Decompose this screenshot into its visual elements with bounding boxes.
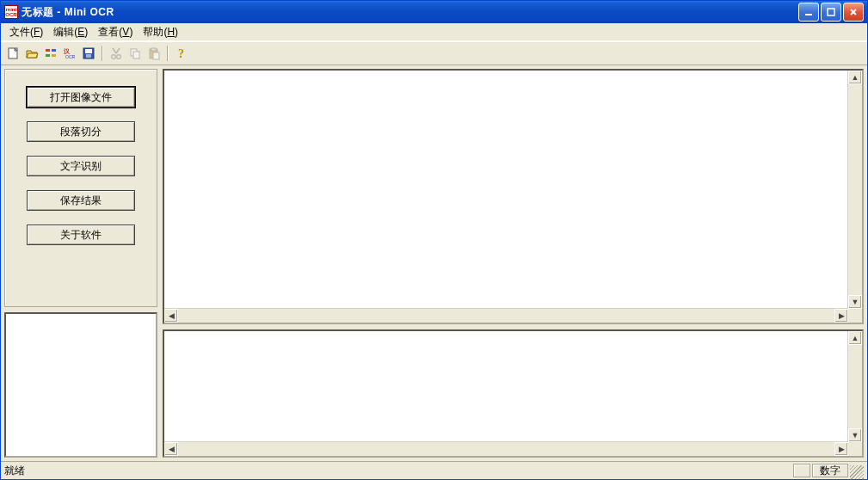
left-column: 打开图像文件 段落切分 文字识别 保存结果 关于软件 xyxy=(4,69,157,458)
status-text: 就绪 xyxy=(4,464,791,478)
save-icon xyxy=(82,46,95,60)
scroll-down-icon[interactable]: ▼ xyxy=(848,295,862,309)
titlebar: miniOCR 无标题 - Mini OCR xyxy=(1,1,867,23)
svg-rect-6 xyxy=(52,54,56,57)
menu-help[interactable]: 帮助(H) xyxy=(138,23,183,41)
svg-rect-18 xyxy=(153,52,159,59)
action-panel: 打开图像文件 段落切分 文字识别 保存结果 关于软件 xyxy=(4,69,157,307)
horizontal-scrollbar[interactable]: ◀ ▶ xyxy=(164,308,848,323)
maximize-button[interactable] xyxy=(821,3,841,22)
toolbar-segment-button[interactable] xyxy=(42,45,59,62)
result-pane: ▲ ▼ ◀ ▶ xyxy=(163,329,864,458)
toolbar-open-button[interactable] xyxy=(23,45,40,62)
menu-view[interactable]: 查看(V) xyxy=(93,23,138,41)
statusbar: 就绪 数字 xyxy=(1,461,867,479)
vertical-scrollbar[interactable]: ▲ ▼ xyxy=(847,331,862,442)
toolbar-save-button[interactable] xyxy=(80,45,97,62)
svg-rect-0 xyxy=(805,14,812,15)
scroll-right-icon[interactable]: ▶ xyxy=(834,309,848,323)
segment-icon xyxy=(44,46,58,60)
status-cell-empty xyxy=(793,464,810,477)
scroll-right-icon[interactable]: ▶ xyxy=(834,442,848,456)
svg-point-13 xyxy=(117,55,121,59)
toolbar-paste-button[interactable] xyxy=(145,45,163,62)
ocr-icon: 汉OCR xyxy=(63,46,77,60)
svg-text:OCR: OCR xyxy=(65,54,76,59)
vertical-scrollbar[interactable]: ▲ ▼ xyxy=(847,71,862,309)
window-controls xyxy=(798,3,864,22)
recognize-button[interactable]: 文字识别 xyxy=(27,156,135,176)
toolbar-ocr-button[interactable]: 汉OCR xyxy=(61,45,78,62)
app-icon: miniOCR xyxy=(4,5,18,19)
scroll-up-icon[interactable]: ▲ xyxy=(848,331,862,345)
toolbar-cut-button[interactable] xyxy=(108,45,125,62)
svg-text:?: ? xyxy=(178,47,184,60)
image-view: ▲ ▼ ◀ ▶ xyxy=(163,69,864,324)
save-result-button[interactable]: 保存结果 xyxy=(27,190,135,211)
resize-grip-icon[interactable] xyxy=(850,465,864,479)
new-icon xyxy=(6,46,20,60)
svg-rect-3 xyxy=(46,49,50,52)
paste-icon xyxy=(147,46,161,60)
scroll-down-icon[interactable]: ▼ xyxy=(848,428,862,442)
client-area: 打开图像文件 段落切分 文字识别 保存结果 关于软件 ▲ ▼ ◀ ▶ xyxy=(1,65,867,461)
toolbar: 汉OCR ? xyxy=(1,41,867,65)
svg-rect-5 xyxy=(46,54,50,57)
svg-point-12 xyxy=(112,55,116,59)
scroll-corner xyxy=(848,442,862,456)
minimize-button[interactable] xyxy=(798,3,819,22)
preview-pane xyxy=(4,312,157,458)
scroll-left-icon[interactable]: ◀ xyxy=(164,442,178,456)
toolbar-help-button[interactable]: ? xyxy=(173,45,190,62)
close-button[interactable] xyxy=(843,3,864,22)
svg-rect-1 xyxy=(828,9,834,15)
toolbar-copy-button[interactable] xyxy=(126,45,144,62)
horizontal-scrollbar[interactable]: ◀ ▶ xyxy=(164,441,848,456)
svg-rect-11 xyxy=(86,54,91,58)
cut-icon xyxy=(109,46,123,60)
menu-file[interactable]: 文件(F) xyxy=(4,23,48,41)
open-image-button[interactable]: 打开图像文件 xyxy=(27,87,135,108)
right-column: ▲ ▼ ◀ ▶ ▲ ▼ ◀ ▶ xyxy=(163,69,864,458)
menu-edit[interactable]: 编辑(E) xyxy=(48,23,93,41)
toolbar-separator xyxy=(102,46,103,61)
toolbar-separator xyxy=(167,46,169,61)
scroll-left-icon[interactable]: ◀ xyxy=(164,309,178,323)
about-button[interactable]: 关于软件 xyxy=(27,225,135,245)
svg-rect-15 xyxy=(133,52,139,58)
status-cell-num: 数字 xyxy=(812,464,848,477)
window-title: 无标题 - Mini OCR xyxy=(22,5,114,20)
menubar: 文件(F) 编辑(E) 查看(V) 帮助(H) xyxy=(1,23,867,41)
copy-icon xyxy=(128,46,142,60)
svg-rect-17 xyxy=(151,48,156,51)
svg-rect-10 xyxy=(85,49,92,53)
open-icon xyxy=(25,46,39,60)
help-icon: ? xyxy=(175,46,188,60)
scroll-up-icon[interactable]: ▲ xyxy=(848,71,862,84)
scroll-corner xyxy=(848,309,862,323)
toolbar-new-button[interactable] xyxy=(4,45,22,62)
segment-button[interactable]: 段落切分 xyxy=(27,121,135,142)
app-window: miniOCR 无标题 - Mini OCR 文件(F) 编辑(E) 查看(V)… xyxy=(0,0,868,480)
svg-rect-4 xyxy=(52,49,56,52)
